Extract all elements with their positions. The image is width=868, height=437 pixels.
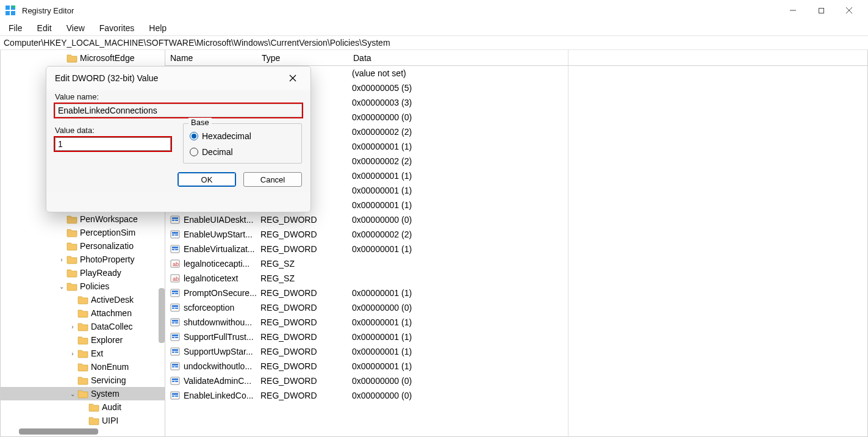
cancel-button[interactable]: Cancel — [243, 172, 302, 187]
tree-item-label: ActiveDesk — [91, 295, 134, 305]
tree-item-microsoftedge[interactable]: MicrosoftEdge — [1, 51, 165, 65]
folder-icon — [88, 402, 99, 412]
value-type: REG_DWORD — [260, 303, 352, 312]
value-data: 0x00000001 (1) — [352, 171, 867, 181]
reg-dword-icon — [170, 303, 180, 312]
value-type: REG_SZ — [260, 273, 352, 283]
tree-item-servicing[interactable]: Servicing — [1, 374, 165, 387]
menu-file[interactable]: File — [2, 22, 29, 34]
tree-item-personalizatio[interactable]: Personalizatio — [1, 239, 165, 253]
column-name[interactable]: Name — [165, 53, 257, 63]
tree-item-penworkspace[interactable]: PenWorkspace — [1, 212, 165, 226]
value-name: legalnoticecapti... — [184, 259, 260, 269]
folder-icon — [77, 308, 88, 318]
tree-vertical-scrollbar[interactable] — [159, 288, 165, 343]
value-row[interactable]: SupportUwpStar...REG_DWORD0x00000001 (1) — [165, 344, 867, 359]
value-data: 0x00000001 (1) — [352, 142, 867, 151]
tree-item-audit[interactable]: Audit — [1, 400, 165, 414]
radio-decimal[interactable]: Decimal — [190, 147, 295, 157]
window-minimize-button[interactable] — [779, 0, 807, 21]
value-data: 0x00000003 (3) — [352, 98, 867, 107]
column-divider[interactable] — [568, 50, 569, 436]
tree-item-playready[interactable]: PlayReady — [1, 266, 165, 280]
tree-item-datacollec[interactable]: ›DataCollec — [1, 320, 165, 333]
tree-item-label: Policies — [80, 281, 109, 291]
folder-icon — [77, 335, 88, 345]
expand-icon[interactable]: › — [58, 256, 65, 263]
value-type: REG_DWORD — [260, 215, 352, 225]
value-data-field[interactable] — [55, 137, 171, 151]
value-data-label: Value data: — [55, 126, 171, 135]
value-data: 0x00000001 (1) — [352, 288, 867, 298]
tree-item-ext[interactable]: ›Ext — [1, 347, 165, 360]
value-name: shutdownwithou... — [184, 317, 260, 327]
app-icon — [5, 5, 16, 16]
value-row[interactable]: legalnoticecapti...REG_SZ — [165, 256, 867, 271]
tree-item-photoproperty[interactable]: ›PhotoProperty — [1, 253, 165, 266]
value-row[interactable]: ValidateAdminC...REG_DWORD0x00000000 (0) — [165, 374, 867, 388]
tree-item-attachmen[interactable]: Attachmen — [1, 306, 165, 320]
window-maximize-button[interactable] — [807, 0, 835, 21]
edit-dword-dialog: Edit DWORD (32-bit) Value Value name: Va… — [46, 66, 311, 212]
value-name: EnableLinkedCo... — [184, 391, 260, 400]
value-name: scforceoption — [184, 303, 260, 312]
value-row[interactable]: EnableUwpStart...REG_DWORD0x00000002 (2) — [165, 227, 867, 242]
reg-sz-icon — [170, 259, 180, 269]
reg-dword-icon — [170, 376, 180, 386]
value-data: (value not set) — [352, 68, 867, 78]
folder-icon — [66, 228, 77, 237]
value-data: 0x00000001 (1) — [352, 186, 867, 195]
tree-item-policies[interactable]: ⌄Policies — [1, 280, 165, 293]
value-name: EnableUIADeskt... — [184, 215, 260, 225]
radio-hexadecimal[interactable]: Hexadecimal — [190, 131, 295, 141]
values-header: Name Type Data — [165, 50, 867, 66]
folder-icon — [77, 322, 88, 331]
folder-icon — [66, 281, 77, 291]
dialog-titlebar[interactable]: Edit DWORD (32-bit) Value — [46, 67, 310, 90]
value-name: ValidateAdminC... — [184, 376, 260, 386]
menu-help[interactable]: Help — [143, 22, 173, 34]
tree-item-label: Personalizatio — [80, 241, 134, 251]
value-row[interactable]: shutdownwithou...REG_DWORD0x00000001 (1) — [165, 315, 867, 330]
tree-item-perceptionsim[interactable]: PerceptionSim — [1, 226, 165, 239]
value-row[interactable]: EnableLinkedCo...REG_DWORD0x00000000 (0) — [165, 388, 867, 403]
tree-item-activedesk[interactable]: ActiveDesk — [1, 293, 165, 306]
value-row[interactable]: scforceoptionREG_DWORD0x00000000 (0) — [165, 300, 867, 315]
menu-favorites[interactable]: Favorites — [93, 22, 141, 34]
expand-icon[interactable]: ⌄ — [69, 391, 76, 397]
value-data: 0x00000000 (0) — [352, 391, 867, 400]
value-row[interactable]: EnableUIADeskt...REG_DWORD0x00000000 (0) — [165, 212, 867, 227]
value-row[interactable]: undockwithoutlo...REG_DWORD0x00000001 (1… — [165, 359, 867, 374]
value-row[interactable]: EnableVirtualizat...REG_DWORD0x00000001 … — [165, 242, 867, 256]
tree-item-nonenum[interactable]: NonEnum — [1, 360, 165, 374]
tree-item-explorer[interactable]: Explorer — [1, 333, 165, 347]
radio-icon — [190, 132, 198, 140]
window-title: Registry Editor — [22, 6, 779, 15]
tree-item-system[interactable]: ⌄System — [1, 387, 165, 400]
window-close-button[interactable] — [835, 0, 863, 21]
value-data: 0x00000001 (1) — [352, 244, 867, 254]
value-name: SupportUwpStar... — [184, 347, 260, 356]
close-icon — [845, 7, 853, 14]
column-data[interactable]: Data — [348, 53, 867, 63]
expand-icon[interactable]: › — [69, 350, 76, 357]
menu-edit[interactable]: Edit — [31, 22, 58, 34]
value-data: 0x00000001 (1) — [352, 361, 867, 371]
value-data: 0x00000001 (1) — [352, 332, 867, 342]
dialog-close-button[interactable] — [284, 69, 302, 87]
tree-item-uipi[interactable]: UIPI — [1, 414, 165, 427]
tree-horizontal-scrollbar[interactable] — [19, 428, 98, 435]
column-type[interactable]: Type — [257, 53, 348, 63]
value-row[interactable]: SupportFullTrust...REG_DWORD0x00000001 (… — [165, 330, 867, 344]
value-name-field[interactable] — [55, 104, 302, 117]
ok-button[interactable]: OK — [178, 172, 236, 187]
folder-icon — [88, 416, 99, 425]
window-titlebar: Registry Editor — [0, 0, 868, 21]
expand-icon[interactable]: › — [69, 323, 76, 330]
menu-view[interactable]: View — [60, 22, 91, 34]
value-type: REG_DWORD — [260, 332, 352, 342]
expand-icon[interactable]: ⌄ — [58, 283, 65, 290]
value-row[interactable]: legalnoticetextREG_SZ — [165, 271, 867, 286]
value-row[interactable]: PromptOnSecure...REG_DWORD0x00000001 (1) — [165, 286, 867, 300]
address-bar[interactable]: Computer\HKEY_LOCAL_MACHINE\SOFTWARE\Mic… — [0, 35, 868, 50]
